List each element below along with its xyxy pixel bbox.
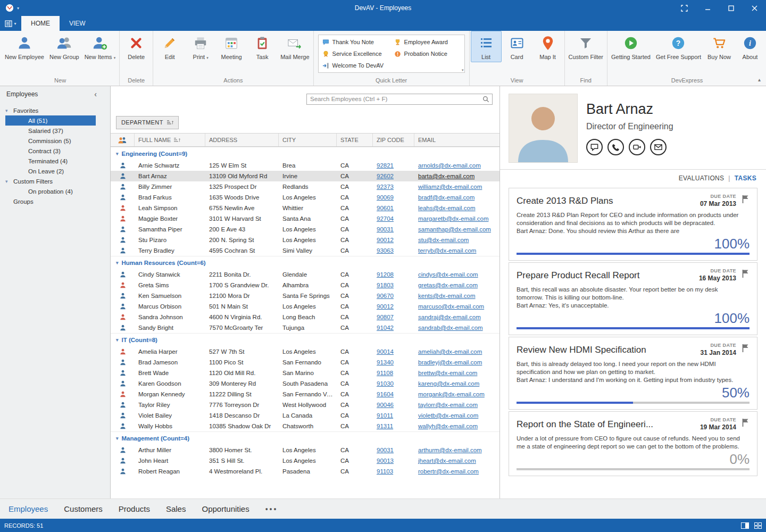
zip-link[interactable]: 92821 — [377, 162, 394, 169]
task-card[interactable]: Create 2013 R&D Plans DUE DATE 07 Mar 20… — [509, 188, 757, 261]
table-row[interactable]: John Heart351 S Hill St.Los AngelesCA900… — [111, 455, 499, 466]
email-link[interactable]: brettw@dx-email.com — [418, 370, 477, 376]
service-excellence-item[interactable]: Service Excellence — [320, 48, 392, 60]
table-row[interactable]: Cindy Stanwick2211 Bonita Dr.GlendaleCA9… — [111, 269, 499, 280]
task-card[interactable]: Review New HDMI Specification DUE DATE 3… — [509, 337, 757, 410]
email-link[interactable]: kareng@dx-email.com — [418, 380, 479, 387]
collapse-group-icon[interactable]: ▾ — [116, 337, 119, 343]
sidebar-item[interactable]: Salaried (37) — [5, 126, 96, 136]
email-link[interactable]: ameliah@dx-email.com — [418, 348, 482, 355]
zip-link[interactable]: 91108 — [377, 370, 393, 376]
custom-filter-button[interactable]: Custom Filter — [566, 31, 606, 62]
email-link[interactable]: marcuso@dx-email.com — [418, 303, 484, 310]
column-header-email[interactable]: EMAIL — [414, 134, 499, 146]
sidebar-item[interactable]: On probation (4) — [5, 186, 96, 196]
ribbon-menu-icon[interactable]: ▾ — [0, 16, 21, 31]
table-row[interactable]: Stu Pizaro200 N. Spring StLos AngelesCA9… — [111, 235, 499, 245]
email-link[interactable]: violetb@dx-email.com — [418, 412, 478, 419]
zip-link[interactable]: 90031 — [377, 226, 394, 232]
zip-link[interactable]: 92373 — [377, 184, 394, 190]
zip-link[interactable]: 90670 — [377, 293, 394, 299]
table-row[interactable]: Sandy Bright7570 McGroarty TerTujungaCA9… — [111, 322, 499, 333]
zip-link[interactable]: 91042 — [377, 325, 394, 331]
task-button[interactable]: Task — [247, 31, 278, 62]
table-row[interactable]: Wally Hobbs10385 Shadow Oak DrChatsworth… — [111, 421, 499, 431]
email-link[interactable]: cindys@dx-email.com — [418, 271, 478, 278]
email-link[interactable]: samanthap@dx-email.com — [418, 226, 491, 232]
table-row[interactable]: Sandra Johnson4600 N Virginia Rd.Long Be… — [111, 312, 499, 322]
zip-link[interactable]: 93063 — [377, 247, 394, 254]
table-row[interactable]: Ken Samuelson12100 Mora DrSanta Fe Sprin… — [111, 290, 499, 301]
zip-link[interactable]: 90807 — [377, 314, 394, 320]
column-header-address[interactable]: ADDRESS — [205, 134, 279, 146]
zip-link[interactable]: 91340 — [377, 359, 394, 365]
column-header-city[interactable]: CITY — [279, 134, 337, 146]
email-link[interactable]: bradf@dx-email.com — [418, 194, 474, 201]
mail-merge-button[interactable]: Mail Merge — [278, 31, 312, 62]
thank-you-note-item[interactable]: Thank You Note — [320, 36, 392, 48]
table-row[interactable]: Bart Arnaz13109 Old Myford RdIrvineCA926… — [111, 171, 499, 181]
table-row[interactable]: Arthur Miller3800 Homer St.Los AngelesCA… — [111, 445, 499, 455]
email-link[interactable]: gretas@dx-email.com — [418, 282, 478, 288]
email-button[interactable] — [650, 139, 667, 155]
search-icon[interactable] — [480, 96, 492, 103]
email-link[interactable]: kents@dx-email.com — [418, 293, 476, 299]
about-button[interactable]: i About — [735, 31, 765, 62]
email-link[interactable]: robertr@dx-email.com — [418, 468, 479, 475]
zip-link[interactable]: 91803 — [377, 282, 394, 288]
layout-toggle-icon[interactable] — [754, 522, 762, 529]
group-row[interactable]: ▾Management (Count=4) — [111, 431, 499, 445]
email-link[interactable]: terryb@dx-email.com — [418, 247, 476, 254]
app-menu-caret-icon[interactable]: ▾ — [17, 6, 19, 11]
zip-link[interactable]: 90013 — [377, 458, 394, 464]
group-row[interactable]: ▾IT (Count=8) — [111, 333, 499, 346]
table-row[interactable]: Terry Bradley4595 Cochran StSimi ValleyC… — [111, 245, 499, 256]
collapse-group-icon[interactable]: ▾ — [116, 151, 119, 156]
new-items-button[interactable]: New Items ▾ — [82, 31, 119, 63]
email-link[interactable]: morgank@dx-email.com — [418, 391, 485, 397]
email-link[interactable]: wallyh@dx-email.com — [418, 423, 478, 429]
email-link[interactable]: taylorr@dx-email.com — [418, 402, 478, 408]
nav-item-customers[interactable]: Customers — [64, 504, 103, 513]
tab-view[interactable]: VIEW — [60, 16, 95, 31]
expander-icon[interactable]: ▾ — [5, 108, 13, 113]
get-free-support-button[interactable]: ? Get Free Support — [653, 31, 704, 62]
nav-item-opportunities[interactable]: Opportunities — [202, 504, 249, 513]
fullscreen-button[interactable] — [672, 0, 696, 16]
table-row[interactable]: Marcus Orbison501 N Main StLos AngelesCA… — [111, 301, 499, 312]
welcome-to-devav-item[interactable]: Welcome To DevAV — [320, 60, 392, 71]
minimize-button[interactable] — [696, 0, 719, 16]
close-button[interactable] — [743, 0, 766, 16]
table-row[interactable]: Amelia Harper527 W 7th StLos AngelesCA90… — [111, 346, 499, 357]
nav-item-employees[interactable]: Employees — [9, 504, 48, 513]
email-link[interactable]: arnolds@dx-email.com — [418, 162, 481, 169]
task-card[interactable]: Prepare Product Recall Report DUE DATE 1… — [509, 262, 757, 335]
table-row[interactable]: Greta Sims1700 S Grandview Dr.AlhambraCA… — [111, 280, 499, 290]
chat-button[interactable] — [586, 139, 603, 155]
email-link[interactable]: williamz@dx-email.com — [418, 184, 482, 190]
email-link[interactable]: jheart@dx-email.com — [418, 458, 476, 464]
zip-link[interactable]: 90014 — [377, 348, 394, 355]
search-input[interactable] — [307, 96, 480, 102]
zip-link[interactable]: 91311 — [377, 423, 393, 429]
email-link[interactable]: leahs@dx-email.com — [418, 205, 476, 211]
table-row[interactable]: Arnie Schwartz125 W Elm StBreaCA92821arn… — [111, 160, 499, 171]
group-by-department-chip[interactable]: DEPARTMENT — [116, 116, 179, 129]
zip-link[interactable]: 91030 — [377, 380, 394, 387]
new-group-button[interactable]: New Group — [47, 31, 82, 62]
email-link[interactable]: sandraj@dx-email.com — [418, 314, 481, 320]
email-link[interactable]: stu@dx-email.com — [418, 237, 469, 243]
email-link[interactable]: bradleyj@dx-email.com — [418, 359, 482, 365]
sidebar-item[interactable]: ▾Favorites — [5, 105, 96, 115]
table-row[interactable]: Brad Jameson1100 Pico StSan FernandoCA91… — [111, 357, 499, 368]
table-row[interactable]: Brad Farkus1635 Woods DriveLos AngelesCA… — [111, 192, 499, 203]
table-row[interactable]: Brett Wade1120 Old Mill Rd.San MarinoCA9… — [111, 368, 499, 378]
table-row[interactable]: Violet Bailey1418 Descanso DrLa CanadaCA… — [111, 410, 499, 421]
table-row[interactable]: Robert Reagan4 Westmoreland Pl.PasadenaC… — [111, 466, 499, 477]
zip-link[interactable]: 90012 — [377, 303, 394, 310]
tab-evaluations[interactable]: EVALUATIONS — [679, 174, 725, 182]
sidebar-item[interactable]: Contract (3) — [5, 146, 96, 156]
zip-link[interactable]: 90601 — [377, 205, 394, 211]
delete-button[interactable]: Delete — [121, 31, 152, 62]
phone-button[interactable] — [607, 139, 624, 155]
